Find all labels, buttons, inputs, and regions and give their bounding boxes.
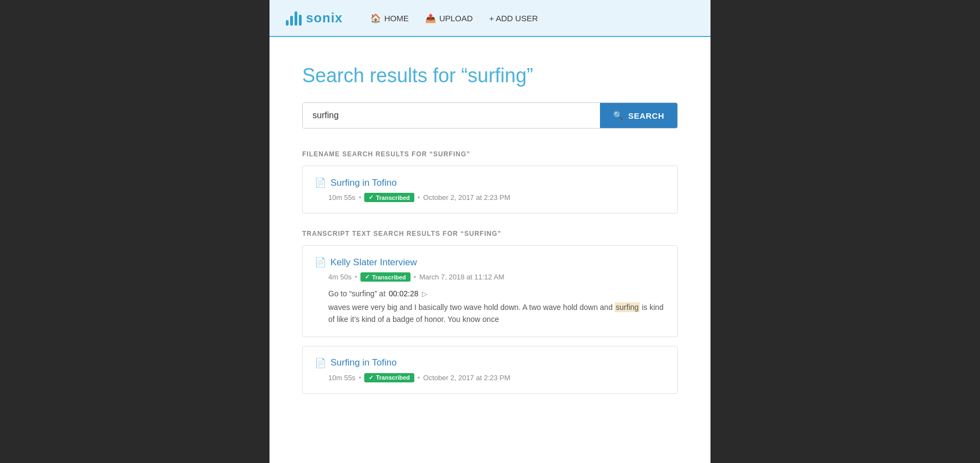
search-button[interactable]: 🔍 SEARCH [600,103,677,128]
filename-section-label: FILENAME SEARCH RESULTS FOR “SURFING” [302,150,678,158]
filename-result-title-0[interactable]: Surfing in Tofino [330,178,397,188]
transcript-result-title-0[interactable]: Kelly Slater Interview [330,257,417,268]
transcript-result-0: 📄 Kelly Slater Interview 4m 50s • ✓ Tran… [302,245,678,337]
file-icon-t0: 📄 [315,257,326,268]
search-bar: 🔍 SEARCH [302,102,678,129]
filename-result-date-0: October 2, 2017 at 2:23 PM [423,193,510,202]
filename-result-duration-0: 10m 55s [328,193,356,202]
filename-section: FILENAME SEARCH RESULTS FOR “SURFING” 📄 … [302,150,678,214]
nav-upload-label: UPLOAD [439,14,473,23]
transcribed-badge-t0: ✓ Transcribed [360,272,410,282]
transcript-result-date-1: October 2, 2017 at 2:23 PM [423,374,510,382]
filename-result-0: 📄 Surfing in Tofino 10m 55s • ✓ Transcri… [302,166,678,214]
excerpt-text-0: waves were very big and I basically two … [328,301,665,326]
search-input[interactable] [303,103,600,128]
file-icon-t1: 📄 [315,357,326,369]
transcript-result-1: 📄 Surfing in Tofino 10m 55s • ✓ Transcri… [302,346,678,394]
check-icon: ✓ [369,194,373,201]
nav-add-user[interactable]: + ADD USER [489,14,538,23]
header: sonix 🏠 HOME 📤 UPLOAD + ADD USER [270,0,710,37]
nav-add-user-label: + ADD USER [489,14,538,23]
nav-home-label: HOME [384,14,409,23]
logo[interactable]: sonix [286,10,343,26]
transcribed-badge-0: ✓ Transcribed [364,193,414,202]
transcript-excerpt-0: Go to “surfing” at 00:02:28 ▷ waves were… [328,289,665,326]
transcript-result-duration-1: 10m 55s [328,374,356,382]
highlight-word-0: surfing [615,302,640,312]
transcribed-badge-t1: ✓ Transcribed [364,373,414,382]
transcript-result-title-1[interactable]: Surfing in Tofino [330,357,397,368]
nav: 🏠 HOME 📤 UPLOAD + ADD USER [370,13,538,23]
transcript-section-label: TRANSCRIPT TEXT SEARCH RESULTS FOR “SURF… [302,230,678,237]
logo-text: sonix [306,10,343,26]
check-icon-t1: ✓ [369,374,373,381]
nav-upload[interactable]: 📤 UPLOAD [425,13,473,23]
goto-timestamp-0: 00:02:28 [389,289,419,298]
nav-home[interactable]: 🏠 HOME [370,13,409,23]
play-icon-0[interactable]: ▷ [422,290,427,298]
transcript-result-duration-0: 4m 50s [328,273,352,281]
file-icon: 📄 [315,177,326,188]
transcript-result-date-0: March 7, 2018 at 11:12 AM [419,273,504,281]
main-content: Search results for “surfing” 🔍 SEARCH FI… [270,37,710,432]
logo-icon [286,10,302,26]
check-icon-t0: ✓ [365,273,370,281]
home-icon: 🏠 [370,13,381,23]
goto-label-0: Go to “surfing” at [328,289,385,298]
search-heading: Search results for “surfing” [302,64,678,87]
search-icon: 🔍 [613,111,624,120]
upload-icon: 📤 [425,13,436,23]
transcript-section: TRANSCRIPT TEXT SEARCH RESULTS FOR “SURF… [302,230,678,394]
